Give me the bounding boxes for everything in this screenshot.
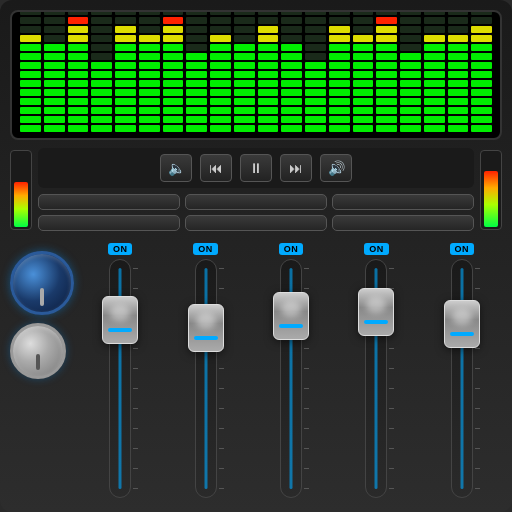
eq-bar: [234, 71, 255, 78]
eq-bar: [115, 62, 136, 69]
eq-bar: [424, 44, 445, 51]
eq-bar: [234, 44, 255, 51]
volume-down-button[interactable]: 🔈: [160, 154, 192, 182]
fader-handle[interactable]: [273, 292, 309, 340]
eq-bar: [163, 35, 184, 42]
eq-bar: [281, 44, 302, 51]
next-button[interactable]: ⏭: [280, 154, 312, 182]
eq-bar: [400, 62, 421, 69]
eq-bar: [329, 80, 350, 87]
eq-bar: [91, 71, 112, 78]
preset-normal[interactable]: [38, 194, 180, 210]
preset-jazz[interactable]: [332, 215, 474, 231]
tick: [389, 408, 394, 409]
eq-segment: [281, 10, 302, 132]
eq-bar: [400, 89, 421, 96]
on-badge[interactable]: ON: [108, 243, 133, 255]
eq-bar: [186, 10, 207, 15]
eq-bar: [258, 116, 279, 123]
eq-bar: [91, 107, 112, 114]
eq-bar: [400, 44, 421, 51]
fader-handle[interactable]: [358, 288, 394, 336]
eq-bar: [329, 71, 350, 78]
fader-track[interactable]: [365, 259, 387, 498]
prev-button[interactable]: ⏮: [200, 154, 232, 182]
eq-bar: [91, 10, 112, 15]
eq-bar: [400, 98, 421, 105]
tick: [475, 348, 480, 349]
tick: [219, 468, 224, 469]
preset-pop[interactable]: [38, 215, 180, 231]
eq-bar-group: [471, 10, 492, 132]
fader-handle[interactable]: [188, 304, 224, 352]
eq-segment: [376, 10, 397, 132]
tick: [475, 268, 480, 269]
on-badge[interactable]: ON: [193, 243, 218, 255]
eq-bar: [20, 107, 41, 114]
eq-bar: [329, 44, 350, 51]
eq-bar: [163, 125, 184, 132]
tick: [219, 268, 224, 269]
eq-bar: [258, 107, 279, 114]
fader-stripe: [108, 328, 132, 332]
eq-bar: [471, 89, 492, 96]
eq-bar-group: [234, 10, 255, 132]
eq-bar: [115, 71, 136, 78]
fader-col: ON: [336, 243, 416, 498]
tick: [304, 268, 309, 269]
fader-handle[interactable]: [444, 300, 480, 348]
eq-bar: [281, 17, 302, 24]
eq-bar: [471, 125, 492, 132]
on-badge[interactable]: ON: [364, 243, 389, 255]
tick: [389, 368, 394, 369]
fader-track[interactable]: [451, 259, 473, 498]
eq-bar: [210, 62, 231, 69]
volume-up-button[interactable]: 🔊: [320, 154, 352, 182]
on-badge[interactable]: ON: [279, 243, 304, 255]
eq-bar-group: [448, 10, 469, 132]
eq-bar: [353, 44, 374, 51]
bass-knob[interactable]: [10, 251, 74, 315]
eq-bar: [305, 35, 326, 42]
treble-knob[interactable]: [10, 323, 66, 379]
eq-bar: [448, 71, 469, 78]
preset-hiphop[interactable]: [185, 215, 327, 231]
fader-handle[interactable]: [102, 296, 138, 344]
eq-bar: [91, 26, 112, 33]
preset-dance[interactable]: [185, 194, 327, 210]
tick: [133, 408, 138, 409]
eq-bar: [163, 107, 184, 114]
on-badge[interactable]: ON: [450, 243, 475, 255]
volume-right: [480, 150, 502, 230]
eq-bar: [258, 35, 279, 42]
eq-segment: [305, 10, 326, 132]
eq-bar: [448, 17, 469, 24]
eq-bar: [448, 107, 469, 114]
eq-bar: [376, 71, 397, 78]
eq-bar: [20, 17, 41, 24]
preset-rock[interactable]: [332, 194, 474, 210]
eq-bar: [20, 125, 41, 132]
eq-bar: [376, 44, 397, 51]
eq-bar: [68, 107, 89, 114]
pause-button[interactable]: ⏸: [240, 154, 272, 182]
eq-segment: [20, 10, 41, 132]
fader-stripe: [194, 336, 218, 340]
eq-bar: [424, 26, 445, 33]
eq-bar: [258, 62, 279, 69]
eq-bar: [448, 35, 469, 42]
eq-bar: [258, 89, 279, 96]
eq-bar: [305, 107, 326, 114]
eq-bar-group: [91, 10, 112, 132]
fader-track[interactable]: [280, 259, 302, 498]
eq-bar: [471, 10, 492, 15]
fader-track[interactable]: [109, 259, 131, 498]
tick: [304, 428, 309, 429]
eq-bar: [186, 125, 207, 132]
eq-bar: [186, 62, 207, 69]
eq-bar: [115, 10, 136, 15]
eq-bar: [424, 62, 445, 69]
eq-bar: [424, 80, 445, 87]
eq-bar: [115, 116, 136, 123]
fader-track[interactable]: [195, 259, 217, 498]
